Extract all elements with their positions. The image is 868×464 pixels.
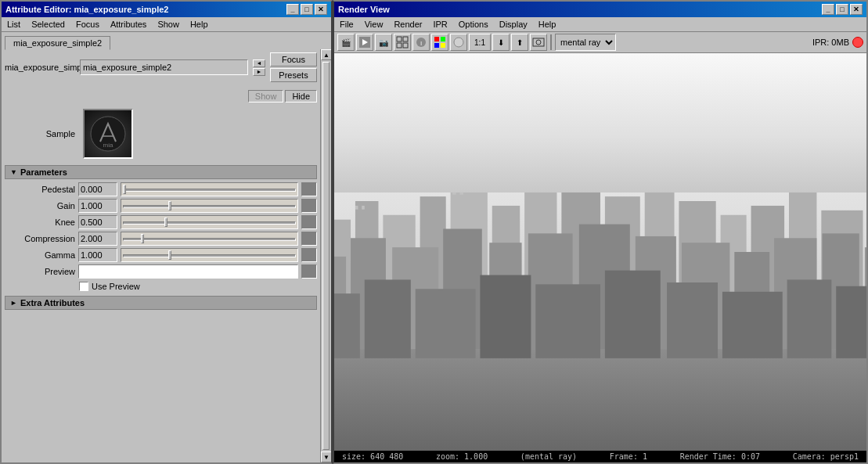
render-titlebar-buttons: _ □ ✕: [822, 4, 863, 15]
pedestal-slider[interactable]: [121, 182, 298, 196]
svg-rect-57: [787, 279, 832, 358]
pedestal-thumb[interactable]: [123, 185, 126, 194]
show-button[interactable]: Show: [248, 90, 284, 103]
render-minimize-button[interactable]: _: [822, 4, 834, 15]
render-menu-view[interactable]: View: [362, 19, 386, 30]
gain-thumb[interactable]: [168, 201, 171, 210]
render-icon[interactable]: [356, 34, 373, 51]
render-close-button[interactable]: ✕: [850, 4, 863, 15]
scroll-up-button[interactable]: ▲: [321, 49, 331, 60]
show-hide-row: Show Hide: [5, 90, 317, 103]
preview-label: Preview: [5, 267, 75, 276]
scrollbar-vertical[interactable]: ▲ ▼: [320, 49, 331, 462]
maya-logo-icon: mia: [88, 114, 128, 153]
svg-rect-59: [355, 206, 358, 210]
status-bar: size: 640 480 zoom: 1.000 (mental ray) F…: [334, 451, 866, 462]
snapshot-icon[interactable]: [530, 34, 547, 51]
sphere-icon[interactable]: [450, 34, 467, 51]
render-view: Render View _ □ ✕ File View Render IPR O…: [333, 0, 868, 464]
presets-button[interactable]: Presets: [270, 68, 317, 82]
action-buttons: Focus Presets: [270, 52, 317, 82]
knee-swatch[interactable]: [301, 215, 317, 229]
color-checker-icon[interactable]: [431, 34, 448, 51]
gain-input[interactable]: [78, 199, 117, 213]
close-button[interactable]: ✕: [315, 4, 327, 15]
restore-button[interactable]: □: [301, 4, 313, 15]
menu-help[interactable]: Help: [188, 19, 211, 30]
preview-row: Preview: [5, 264, 317, 279]
render-menu-options[interactable]: Options: [456, 19, 491, 30]
pedestal-input[interactable]: [78, 182, 117, 196]
nav-prev-button[interactable]: ◄: [253, 59, 265, 67]
compression-input[interactable]: [78, 232, 117, 246]
extra-attributes-header[interactable]: ► Extra Attributes: [5, 296, 317, 310]
preview-swatch[interactable]: [301, 264, 317, 279]
scroll-down-button[interactable]: ▼: [321, 451, 331, 462]
hide-button[interactable]: Hide: [285, 90, 317, 103]
render-menu-display[interactable]: Display: [497, 19, 530, 30]
menu-list[interactable]: List: [5, 19, 23, 30]
filmstrip-icon[interactable]: 🎬: [337, 34, 355, 51]
attr-editor-titlebar-buttons: _ □ ✕: [286, 4, 327, 15]
node-input[interactable]: [80, 59, 248, 75]
svg-text:I: I: [420, 40, 422, 47]
upload-icon[interactable]: ⬆: [511, 34, 528, 51]
svg-text:mia: mia: [103, 142, 113, 149]
attr-editor-content: mia_exposure_simple: ◄ ► Focus Presets S…: [2, 49, 331, 462]
minimize-button[interactable]: _: [286, 4, 299, 15]
attr-editor-titlebar: Attribute Editor: mia_exposure_simple2 _…: [2, 2, 331, 17]
gain-slider[interactable]: [121, 199, 298, 213]
attribute-editor: Attribute Editor: mia_exposure_simple2 _…: [0, 0, 333, 464]
parameters-title: Parameters: [20, 167, 67, 177]
gamma-thumb[interactable]: [168, 250, 171, 260]
scroll-thumb[interactable]: [322, 62, 330, 450]
knee-thumb[interactable]: [164, 218, 167, 227]
gamma-input[interactable]: [78, 248, 117, 262]
svg-rect-50: [365, 279, 411, 358]
compression-thumb[interactable]: [141, 234, 144, 243]
compression-slider[interactable]: [121, 232, 298, 246]
svg-rect-4: [397, 37, 402, 41]
preview-input[interactable]: [78, 264, 298, 279]
renderer-select[interactable]: mental ray: [555, 34, 616, 51]
node-tab[interactable]: mia_exposure_simple2: [5, 36, 110, 50]
render-renderer-label: (mental ray): [520, 452, 577, 461]
knee-slider[interactable]: [121, 215, 298, 229]
menu-focus[interactable]: Focus: [74, 19, 102, 30]
zoom-1to1-button[interactable]: 1:1: [469, 34, 491, 51]
download-icon[interactable]: ⬇: [492, 34, 510, 51]
use-preview-row: Use Preview: [79, 282, 317, 291]
render-menu-file[interactable]: File: [337, 19, 356, 30]
render-menu-render[interactable]: Render: [391, 19, 424, 30]
gain-swatch[interactable]: [301, 199, 317, 213]
svg-rect-60: [362, 206, 365, 210]
gamma-slider[interactable]: [121, 248, 298, 262]
render-restore-button[interactable]: □: [836, 4, 848, 15]
knee-input[interactable]: [78, 215, 117, 229]
param-row-knee: Knee: [5, 215, 317, 229]
grid-icon[interactable]: [394, 34, 411, 51]
gamma-track: [123, 254, 296, 257]
render-menu-ipr[interactable]: IPR: [430, 19, 449, 30]
pedestal-swatch[interactable]: [301, 182, 317, 196]
render-menu-help[interactable]: Help: [536, 19, 559, 30]
render-frame: Frame: 1: [610, 452, 647, 461]
focus-button[interactable]: Focus: [270, 52, 317, 67]
menu-attributes[interactable]: Attributes: [108, 19, 149, 30]
render-time: Render Time: 0:07: [680, 452, 760, 461]
menu-selected[interactable]: Selected: [29, 19, 67, 30]
svg-rect-11: [441, 37, 445, 41]
parameters-section-header[interactable]: ▼ Parameters: [5, 165, 317, 179]
render-toolbar: 🎬 📷 I 1:1 ⬇ ⬆: [334, 32, 866, 53]
use-preview-label: Use Preview: [92, 282, 140, 291]
gamma-swatch[interactable]: [301, 248, 317, 262]
camera-icon[interactable]: 📷: [375, 34, 392, 51]
pedestal-track: [123, 189, 296, 192]
menu-show[interactable]: Show: [155, 19, 182, 30]
nav-next-button[interactable]: ►: [253, 68, 265, 76]
sky-region: [334, 53, 866, 192]
ipr-status: IPR: 0MB: [812, 37, 863, 48]
ipr-icon[interactable]: I: [412, 34, 430, 51]
compression-swatch[interactable]: [301, 232, 317, 246]
use-preview-checkbox[interactable]: [79, 282, 88, 291]
